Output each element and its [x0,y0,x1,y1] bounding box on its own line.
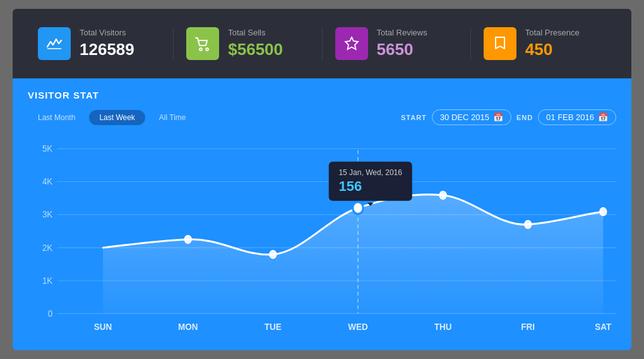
svg-point-1 [200,48,202,51]
sells-info: Total Sells $56500 [228,28,283,59]
svg-point-20 [439,192,446,199]
date-controls: START 30 DEC 2015 📅 END 01 FEB 2016 📅 [401,109,616,125]
chart-title: VISITOR STAT [28,90,616,100]
svg-text:FRI: FRI [521,321,535,332]
filter-last-month[interactable]: Last Month [28,110,85,125]
reviews-info: Total Reviews 5650 [377,28,427,59]
filter-last-week[interactable]: Last Week [89,110,145,125]
svg-text:1K: 1K [42,275,53,286]
visitors-label: Total Visitors [80,28,134,37]
stat-reviews: Total Reviews 5650 [323,27,471,60]
visitors-icon [38,27,71,60]
svg-point-19 [353,202,364,214]
line-chart: 0 1K 2K 3K 4K 5K [28,135,616,345]
svg-text:0: 0 [48,308,52,319]
end-date-value: 01 FEB 2016 [546,113,594,122]
chart-area: VISITOR STAT Last Month Last Week All Ti… [13,78,631,350]
presence-label: Total Presence [525,28,580,37]
svg-text:MON: MON [178,321,198,332]
visitors-info: Total Visitors 126589 [80,28,134,59]
svg-text:4K: 4K [42,176,53,186]
stats-bar: Total Visitors 126589 Total Sells $56500 [13,9,631,78]
stat-sells: Total Sells $56500 [174,27,322,60]
visitors-value: 126589 [80,40,134,59]
reviews-icon [335,27,368,60]
start-date-input[interactable]: 30 DEC 2015 📅 [432,109,511,125]
svg-point-17 [185,236,191,243]
presence-info: Total Presence 450 [525,28,580,59]
svg-point-22 [600,208,606,216]
svg-text:3K: 3K [42,209,53,220]
start-date-value: 30 DEC 2015 [440,113,489,122]
stat-visitors: Total Visitors 126589 [25,27,174,60]
chart-controls: Last Month Last Week All Time START 30 D… [28,109,616,125]
reviews-value: 5650 [377,40,427,59]
svg-point-2 [206,48,208,51]
svg-text:2K: 2K [42,242,53,253]
sells-value: $56500 [228,40,283,59]
svg-text:TUE: TUE [265,321,282,332]
calendar-end-icon: 📅 [598,113,608,122]
chart-wrapper: 0 1K 2K 3K 4K 5K [28,135,616,345]
svg-point-18 [270,251,276,259]
start-label: START [401,114,427,121]
svg-text:SUN: SUN [94,321,112,332]
end-label: END [516,114,533,121]
filter-all-time[interactable]: All Time [149,110,196,125]
end-date-input[interactable]: 01 FEB 2016 📅 [538,109,616,125]
svg-marker-3 [345,37,358,49]
presence-icon [484,27,516,60]
svg-point-21 [525,221,531,228]
calendar-start-icon: 📅 [493,113,503,122]
presence-value: 450 [525,40,580,59]
reviews-label: Total Reviews [377,28,427,37]
sells-label: Total Sells [228,28,283,37]
sells-icon [186,27,219,60]
stat-presence: Total Presence 450 [471,27,619,60]
dashboard: Total Visitors 126589 Total Sells $56500 [13,9,631,350]
svg-text:WED: WED [348,321,367,332]
filter-group: Last Month Last Week All Time [28,110,401,125]
svg-text:5K: 5K [42,143,53,154]
svg-text:SAT: SAT [595,321,611,332]
svg-text:THU: THU [434,321,452,332]
